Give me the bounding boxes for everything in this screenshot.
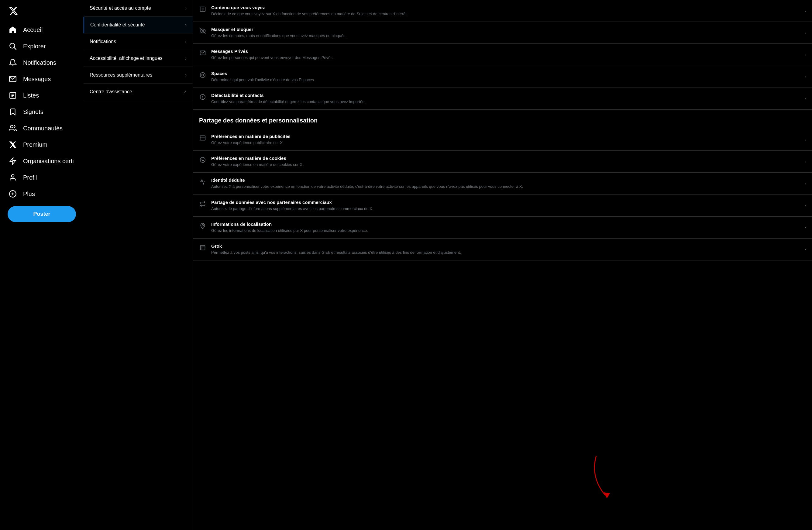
right-item-desc-pref-cookies: Gérez votre expérience en matière de coo… — [211, 162, 799, 168]
right-item-identite[interactable]: Identité déduiteAutorisez X à personnali… — [193, 173, 812, 195]
right-item-title-grok: Grok — [211, 243, 799, 248]
sidebar-item-label-explorer: Explorer — [23, 43, 46, 50]
signets-icon — [9, 108, 17, 116]
explorer-icon — [9, 42, 17, 51]
right-item-chevron-pref-pub: › — [804, 137, 806, 142]
right-item-spaces[interactable]: SpacesDéterminez qui peut voir l'activit… — [193, 66, 812, 88]
right-item-content-identite: Identité déduiteAutorisez X à personnali… — [211, 177, 799, 189]
right-item-masquer[interactable]: Masquer et bloquerGérez les comptes, mot… — [193, 22, 812, 44]
right-item-grok[interactable]: GrokPermettez à vos posts ainsi qu'à vos… — [193, 239, 812, 260]
sidebar-item-label-organisations: Organisations certi — [23, 158, 74, 165]
settings-nav-chevron-ressources: › — [185, 73, 187, 77]
right-item-messages-prives[interactable]: Messages PrivésGérez les personnes qui p… — [193, 44, 812, 66]
right-item-content-grok: GrokPermettez à vos posts ainsi qu'à vos… — [211, 243, 799, 255]
sidebar-item-label-listes: Listes — [23, 92, 39, 99]
settings-nav-item-ressources[interactable]: Ressources supplémentaires› — [84, 67, 193, 84]
svg-point-9 — [12, 174, 14, 177]
sidebar-item-communautes[interactable]: Communautés — [4, 120, 80, 136]
right-item-title-localisation: Informations de localisation — [211, 221, 799, 227]
right-item-chevron-masquer: › — [804, 30, 806, 35]
right-item-desc-masquer: Gérez les comptes, mots et notifications… — [211, 33, 799, 39]
sidebar-item-listes[interactable]: Listes — [4, 87, 80, 103]
sidebar-nav: AccueilExplorerNotificationsMessagesList… — [4, 22, 80, 202]
right-item-chevron-messages-prives: › — [804, 52, 806, 57]
right-item-title-pref-pub: Préférences en matière de publicités — [211, 134, 799, 139]
right-item-chevron-localisation: › — [804, 225, 806, 230]
messages-icon — [9, 75, 17, 83]
right-item-desc-spaces: Déterminez qui peut voir l'activité d'éc… — [211, 77, 799, 83]
grok-icon — [199, 244, 206, 251]
right-item-content-detectabilite: Détectabilité et contactsContrôlez vos p… — [211, 93, 799, 104]
svg-marker-35 — [604, 492, 610, 498]
settings-nav: Sécurité et accès au compte›Confidential… — [84, 0, 193, 100]
organisations-icon — [9, 157, 17, 165]
svg-point-31 — [202, 225, 204, 226]
right-item-desc-grok: Permettez à vos posts ainsi qu'à vos int… — [211, 250, 799, 255]
plus-icon — [9, 190, 17, 198]
x-logo[interactable] — [4, 2, 80, 21]
svg-point-20 — [200, 72, 205, 77]
right-item-desc-pref-pub: Gérez votre expérience publicitaire sur … — [211, 140, 799, 146]
right-item-desc-identite: Autorisez X à personnaliser votre expéri… — [211, 184, 799, 189]
settings-nav-label-securite: Sécurité et accès au compte — [90, 5, 151, 11]
settings-nav-label-accessibilite: Accessibilité, affichage et langues — [90, 56, 163, 61]
settings-nav-label-ressources: Ressources supplémentaires — [90, 72, 152, 78]
svg-point-29 — [203, 160, 204, 161]
right-panel: Contenu que vous voyezDécidez de ce que … — [193, 0, 812, 530]
svg-rect-25 — [200, 135, 205, 140]
sidebar-item-accueil[interactable]: Accueil — [4, 22, 80, 38]
settings-nav-item-confidentialite[interactable]: Confidentialité et sécurité› — [84, 17, 193, 33]
right-item-title-partage-partenaires: Partage de données avec nos partenaires … — [211, 200, 799, 205]
right-item-title-identite: Identité déduite — [211, 177, 799, 183]
settings-nav-chevron-confidentialite: › — [185, 23, 187, 27]
right-item-localisation[interactable]: Informations de localisationGérez les in… — [193, 217, 812, 239]
right-item-pref-cookies[interactable]: Préférences en matière de cookiesGérez v… — [193, 151, 812, 173]
right-item-partage-partenaires[interactable]: Partage de données avec nos partenaires … — [193, 195, 812, 217]
right-item-detectabilite[interactable]: Détectabilité et contactsContrôlez vos p… — [193, 88, 812, 110]
right-item-content-contenu: Contenu que vous voyezDécidez de ce que … — [211, 5, 799, 17]
right-item-chevron-identite: › — [804, 181, 806, 186]
sidebar-item-label-signets: Signets — [23, 109, 43, 115]
right-item-title-masquer: Masquer et bloquer — [211, 27, 799, 32]
sidebar-item-profil[interactable]: Profil — [4, 170, 80, 185]
pub-icon — [199, 134, 206, 142]
settings-nav-item-securite[interactable]: Sécurité et accès au compte› — [84, 0, 193, 17]
settings-nav-chevron-centre: ↗ — [183, 89, 187, 94]
right-item-title-pref-cookies: Préférences en matière de cookies — [211, 156, 799, 161]
right-item-content-partage-partenaires: Partage de données avec nos partenaires … — [211, 200, 799, 212]
svg-point-24 — [202, 98, 203, 98]
accueil-icon — [9, 26, 17, 34]
right-item-content-messages-prives: Messages PrivésGérez les personnes qui p… — [211, 48, 799, 60]
sidebar-item-notifications[interactable]: Notifications — [4, 55, 80, 71]
sidebar-item-messages[interactable]: Messages — [4, 71, 80, 87]
sidebar-item-explorer[interactable]: Explorer — [4, 38, 80, 54]
svg-point-21 — [202, 74, 204, 76]
right-item-desc-localisation: Gérez les informations de localisation u… — [211, 228, 799, 233]
settings-nav-item-accessibilite[interactable]: Accessibilité, affichage et langues› — [84, 50, 193, 67]
settings-nav-chevron-securite: › — [185, 6, 187, 11]
spaces-icon — [199, 71, 206, 79]
sidebar-item-signets[interactable]: Signets — [4, 104, 80, 120]
right-item-desc-contenu: Décidez de ce que vous voyez sur X en fo… — [211, 11, 799, 17]
listes-icon — [9, 91, 17, 100]
right-item-contenu[interactable]: Contenu que vous voyezDécidez de ce que … — [193, 0, 812, 22]
right-item-title-detectabilite: Détectabilité et contacts — [211, 93, 799, 98]
svg-point-7 — [10, 125, 13, 128]
contenu-icon — [199, 5, 206, 13]
settings-nav-item-centre[interactable]: Centre d'assistance↗ — [84, 84, 193, 100]
settings-nav-chevron-notifications: › — [185, 39, 187, 44]
settings-nav-item-notifications[interactable]: Notifications› — [84, 33, 193, 50]
sidebar-item-plus[interactable]: Plus — [4, 186, 80, 202]
right-item-content-masquer: Masquer et bloquerGérez les comptes, mot… — [211, 27, 799, 39]
poster-button[interactable]: Poster — [8, 206, 76, 222]
svg-point-30 — [202, 160, 203, 161]
right-item-pref-pub[interactable]: Préférences en matière de publicitésGére… — [193, 129, 812, 151]
sidebar-item-label-messages: Messages — [23, 76, 51, 83]
settings-content: Contenu que vous voyezDécidez de ce que … — [193, 0, 812, 260]
right-item-content-localisation: Informations de localisationGérez les in… — [211, 221, 799, 233]
settings-nav-chevron-accessibilite: › — [185, 56, 187, 61]
sidebar-item-premium[interactable]: Premium — [4, 137, 80, 153]
right-item-content-pref-pub: Préférences en matière de publicitésGére… — [211, 134, 799, 146]
detectabilite-icon — [199, 93, 206, 101]
sidebar-item-organisations[interactable]: Organisations certi — [4, 153, 80, 169]
